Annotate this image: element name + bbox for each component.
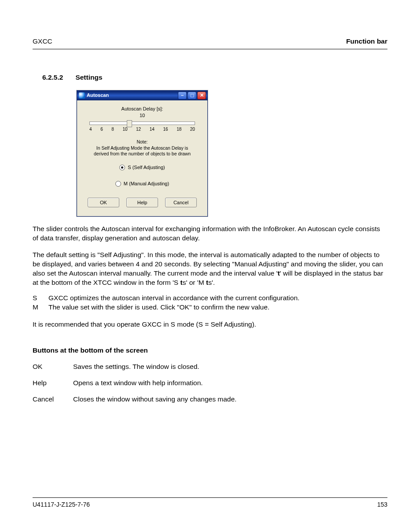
note-block: Note: In Self Adjusting Mode the Autosca… xyxy=(83,139,201,157)
radio-unselected-icon[interactable] xyxy=(115,181,121,187)
def-m-key: M xyxy=(33,303,42,312)
slider-thumb[interactable] xyxy=(127,120,132,127)
row-cancel-val: Closes the window without saving any cha… xyxy=(73,395,236,404)
dialog-title: Autoscan xyxy=(87,92,109,99)
slider-value: 10 xyxy=(81,112,203,119)
header-left: GXCC xyxy=(33,37,52,46)
slider-ticks: 4 6 8 10 12 14 16 18 20 xyxy=(89,126,195,132)
note-title: Note: xyxy=(83,139,201,145)
slider-label: Autoscan Delay [s]: xyxy=(81,106,203,112)
radio-self-adjusting[interactable]: S (Self Adjusting) xyxy=(81,164,203,171)
radio-manual-adjusting[interactable]: M (Manual Adjusting) xyxy=(81,180,203,187)
def-m-val: The value set with the slider is used. C… xyxy=(48,303,269,312)
page-number: 153 xyxy=(377,501,387,509)
radio-s-label: S (Self Adjusting) xyxy=(128,164,165,171)
minimize-icon[interactable]: – xyxy=(178,92,187,99)
paragraph-2: The default setting is "Self Adjusting".… xyxy=(33,250,387,287)
row-ok-val: Saves the settings. The window is closed… xyxy=(73,362,199,372)
radio-m-label: M (Manual Adjusting) xyxy=(124,180,169,187)
row-cancel-key: Cancel xyxy=(33,395,73,404)
def-s-val: GXCC optimizes the autoscan interval in … xyxy=(48,294,299,303)
page-footer: U41117-J-Z125-7-76 153 xyxy=(33,497,387,509)
row-help-val: Opens a text window with help informatio… xyxy=(73,379,203,388)
buttons-subheading: Buttons at the bottom of the screen xyxy=(33,346,387,355)
autoscan-slider[interactable] xyxy=(89,121,195,125)
footer-doc-id: U41117-J-Z125-7-76 xyxy=(33,501,90,509)
radio-selected-icon[interactable] xyxy=(119,165,125,170)
maximize-icon[interactable]: ◻ xyxy=(188,92,196,99)
section-title: Settings xyxy=(75,73,102,82)
note-line1: In Self Adjusting Mode the Autoscan Dela… xyxy=(83,145,201,151)
note-line2: derived from the number of objects to be… xyxy=(83,151,201,157)
section-heading: 6.2.5.2 Settings xyxy=(42,73,387,82)
help-button[interactable]: Help xyxy=(126,198,158,207)
autoscan-dialog: Autoscan – ◻ ✕ Autoscan Delay [s]: 10 4 … xyxy=(77,90,208,217)
def-s-key: S xyxy=(33,294,42,303)
dialog-titlebar: Autoscan – ◻ ✕ xyxy=(77,91,207,100)
header-right: Function bar xyxy=(346,37,387,46)
row-ok-key: OK xyxy=(33,362,73,372)
app-icon xyxy=(79,92,85,99)
running-header: GXCC Function bar xyxy=(33,37,387,49)
paragraph-1: The slider controls the Autoscan interva… xyxy=(33,225,387,243)
paragraph-3: It is recommended that you operate GXCC … xyxy=(33,320,387,329)
ok-button[interactable]: OK xyxy=(88,198,119,207)
mode-definitions: S GXCC optimizes the autoscan interval i… xyxy=(33,294,387,312)
close-icon[interactable]: ✕ xyxy=(197,92,206,99)
cancel-button[interactable]: Cancel xyxy=(165,198,197,207)
section-number: 6.2.5.2 xyxy=(42,73,63,82)
buttons-table: OK Saves the settings. The window is clo… xyxy=(33,362,387,404)
row-help-key: Help xyxy=(33,379,73,388)
